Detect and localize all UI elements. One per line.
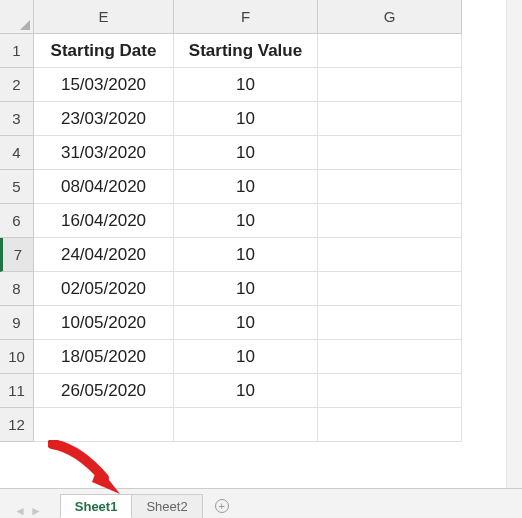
cell-e2[interactable]: 15/03/2020 — [34, 68, 174, 102]
column-header-e[interactable]: E — [34, 0, 174, 34]
cell-e7[interactable]: 24/04/2020 — [34, 238, 174, 272]
row-header[interactable]: 2 — [0, 68, 34, 102]
cell-g9[interactable] — [318, 306, 462, 340]
cell-f10[interactable]: 10 — [174, 340, 318, 374]
cell-e10[interactable]: 18/05/2020 — [34, 340, 174, 374]
cell-g7[interactable] — [318, 238, 462, 272]
cell-g12[interactable] — [318, 408, 462, 442]
cell-g2[interactable] — [318, 68, 462, 102]
row-header[interactable]: 1 — [0, 34, 34, 68]
vertical-scrollbar[interactable] — [506, 0, 522, 488]
cell-e11[interactable]: 26/05/2020 — [34, 374, 174, 408]
cell-f6[interactable]: 10 — [174, 204, 318, 238]
cell-e3[interactable]: 23/03/2020 — [34, 102, 174, 136]
row-header[interactable]: 4 — [0, 136, 34, 170]
cell-f7[interactable]: 10 — [174, 238, 318, 272]
spreadsheet-grid[interactable]: E F G 1 Starting Date Starting Value 2 1… — [0, 0, 522, 442]
cell-e4[interactable]: 31/03/2020 — [34, 136, 174, 170]
row-header[interactable]: 9 — [0, 306, 34, 340]
cell-e9[interactable]: 10/05/2020 — [34, 306, 174, 340]
cell-f9[interactable]: 10 — [174, 306, 318, 340]
sheet-tab-sheet2[interactable]: Sheet2 — [131, 494, 202, 518]
cell-g4[interactable] — [318, 136, 462, 170]
tab-nav-buttons[interactable]: ◄ ► — [14, 504, 42, 518]
plus-icon: + — [215, 499, 229, 513]
cell-g10[interactable] — [318, 340, 462, 374]
cell-f11[interactable]: 10 — [174, 374, 318, 408]
cell-f1[interactable]: Starting Value — [174, 34, 318, 68]
column-header-f[interactable]: F — [174, 0, 318, 34]
column-header-g[interactable]: G — [318, 0, 462, 34]
row-header[interactable]: 5 — [0, 170, 34, 204]
cell-f12[interactable] — [174, 408, 318, 442]
cell-e8[interactable]: 02/05/2020 — [34, 272, 174, 306]
sheet-tab-sheet1[interactable]: Sheet1 — [60, 494, 133, 518]
sheet-tab-bar: ◄ ► Sheet1 Sheet2 + — [0, 488, 522, 518]
nav-next-icon: ► — [30, 504, 42, 518]
cell-g5[interactable] — [318, 170, 462, 204]
cell-f5[interactable]: 10 — [174, 170, 318, 204]
row-header[interactable]: 11 — [0, 374, 34, 408]
cell-g8[interactable] — [318, 272, 462, 306]
cell-e1[interactable]: Starting Date — [34, 34, 174, 68]
row-header[interactable]: 10 — [0, 340, 34, 374]
cell-e5[interactable]: 08/04/2020 — [34, 170, 174, 204]
nav-prev-icon: ◄ — [14, 504, 26, 518]
cell-f8[interactable]: 10 — [174, 272, 318, 306]
cell-g6[interactable] — [318, 204, 462, 238]
row-header[interactable]: 3 — [0, 102, 34, 136]
cell-g11[interactable] — [318, 374, 462, 408]
add-sheet-button[interactable]: + — [210, 494, 234, 518]
cell-e12[interactable] — [34, 408, 174, 442]
row-header[interactable]: 7 — [0, 238, 34, 272]
row-header[interactable]: 8 — [0, 272, 34, 306]
cell-g1[interactable] — [318, 34, 462, 68]
cell-e6[interactable]: 16/04/2020 — [34, 204, 174, 238]
cell-f2[interactable]: 10 — [174, 68, 318, 102]
cell-g3[interactable] — [318, 102, 462, 136]
select-all-corner[interactable] — [0, 0, 34, 34]
row-header[interactable]: 12 — [0, 408, 34, 442]
cell-f3[interactable]: 10 — [174, 102, 318, 136]
cell-f4[interactable]: 10 — [174, 136, 318, 170]
row-header[interactable]: 6 — [0, 204, 34, 238]
